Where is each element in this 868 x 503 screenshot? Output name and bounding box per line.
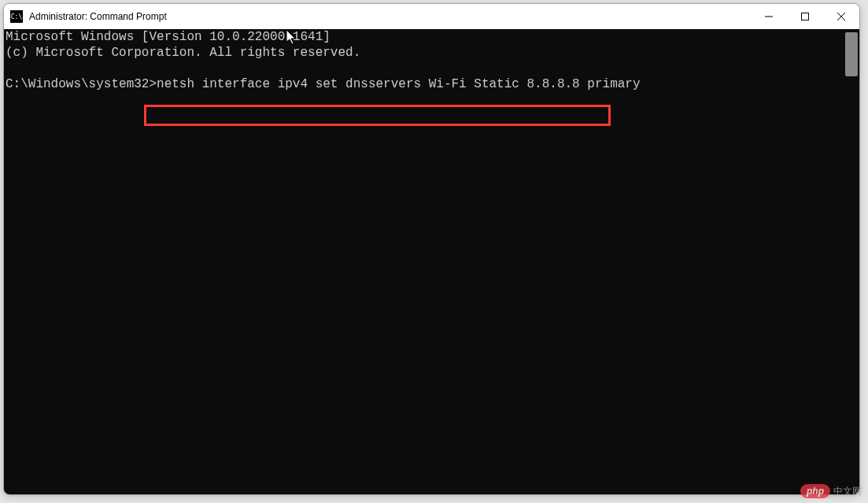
watermark-badge: php [800,484,830,498]
watermark: php 中文网 [800,484,862,498]
scrollbar[interactable] [845,32,858,76]
command-prompt-window: C:\ Administrator: Command Prompt Micros… [3,3,860,495]
annotation-highlight-box [144,105,611,126]
version-line: Microsoft Windows [Version 10.0.22000.16… [6,30,331,44]
close-button[interactable] [823,4,859,29]
titlebar[interactable]: C:\ Administrator: Command Prompt [4,4,859,29]
maximize-button[interactable] [787,4,823,29]
watermark-text: 中文网 [833,485,862,498]
minimize-button[interactable] [751,4,787,29]
console-area[interactable]: Microsoft Windows [Version 10.0.22000.16… [4,29,859,494]
svg-rect-1 [802,13,809,20]
console-output: Microsoft Windows [Version 10.0.22000.16… [4,29,859,92]
command-input[interactable]: netsh interface ipv4 set dnsservers Wi-F… [157,77,641,91]
window-controls [751,4,859,29]
window-title: Administrator: Command Prompt [29,11,751,22]
copyright-line: (c) Microsoft Corporation. All rights re… [6,46,360,60]
prompt-path: C:\Windows\system32> [6,77,157,91]
cmd-icon: C:\ [10,10,23,23]
